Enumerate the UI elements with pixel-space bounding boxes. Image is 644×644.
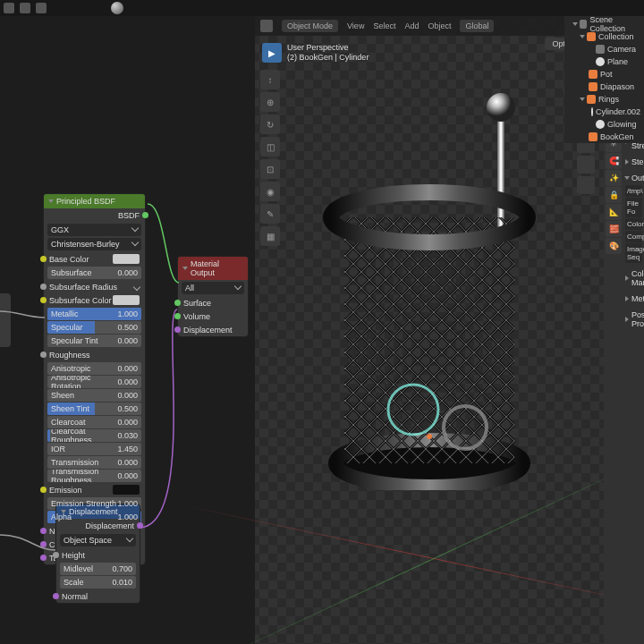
outliner-item[interactable]: Diapason xyxy=(566,80,642,93)
rendered-object xyxy=(313,79,546,490)
principled-metallic[interactable]: Metallic1.000 xyxy=(47,308,141,320)
outliner-item[interactable]: Plane xyxy=(566,55,642,68)
principled-roughness: Roughness xyxy=(44,348,145,361)
viewport-header: Object Mode View Select Add Object Globa… xyxy=(255,16,604,36)
principled-subsurface-color[interactable]: Subsurface Color xyxy=(44,293,145,307)
shader-node-editor[interactable]: Principled BSDF BSDF GGX Christensen-Bur… xyxy=(0,16,255,644)
svg-point-6 xyxy=(487,93,515,122)
displacement-scale[interactable]: Scale0.010 xyxy=(60,576,136,589)
editor-type-icon[interactable] xyxy=(260,20,273,32)
camera-button[interactable] xyxy=(577,156,595,174)
viewport-tool[interactable]: ⊡ xyxy=(260,159,280,179)
viewport-tool[interactable]: ✎ xyxy=(260,204,280,224)
properties-tab[interactable]: 🧲 xyxy=(606,153,622,169)
prop-field[interactable]: File Fo xyxy=(625,198,642,217)
principled-anisotropic-rotation[interactable]: Anisotropic Rotation0.000 xyxy=(47,376,141,388)
properties-tab[interactable]: 🎨 xyxy=(606,238,622,254)
principled-transmission-roughness[interactable]: Transmission Roughness0.000 xyxy=(47,470,141,482)
menu-object[interactable]: Object xyxy=(428,21,451,30)
node-header[interactable]: Material Output xyxy=(178,257,248,280)
principled-emission[interactable]: Emission xyxy=(44,483,145,496)
displacement-height: Height xyxy=(56,548,140,562)
menu-icon[interactable] xyxy=(36,3,47,13)
ortho-button[interactable] xyxy=(577,176,595,194)
viewport-tool[interactable]: ↕ xyxy=(260,70,280,89)
node-material-output[interactable]: Material Output All Surface Volume Displ… xyxy=(177,256,249,337)
prop-section-post-processing[interactable]: Post Processing xyxy=(625,307,642,332)
prop-field[interactable]: Color xyxy=(625,218,642,230)
menu-icon[interactable] xyxy=(20,3,30,13)
prop-field[interactable]: Compr xyxy=(625,231,642,242)
properties-tab[interactable]: 🧱 xyxy=(606,221,622,237)
principled-specular-tint[interactable]: Specular Tint0.000 xyxy=(47,335,141,347)
displacement-space[interactable]: Object Space xyxy=(60,534,136,547)
principled-transmission[interactable]: Transmission0.000 xyxy=(47,456,141,469)
app-topbar xyxy=(0,0,644,16)
svg-point-13 xyxy=(427,434,432,439)
mode-select[interactable]: Object Mode xyxy=(282,20,338,32)
viewport-tool[interactable]: ◉ xyxy=(260,182,280,201)
outliner-item[interactable]: Pot xyxy=(566,68,642,80)
menu-view[interactable]: View xyxy=(347,21,364,30)
input-volume: Volume xyxy=(178,309,248,323)
svg-rect-9 xyxy=(344,217,514,463)
prop-section-metadata[interactable]: Metadata xyxy=(625,291,642,307)
principled-anisotropic[interactable]: Anisotropic0.000 xyxy=(47,362,141,375)
node-offscreen[interactable] xyxy=(0,293,11,347)
active-object-label: (2) BookGen | Cylinder xyxy=(287,53,369,63)
prop-field[interactable]: /tmp\ xyxy=(625,185,642,197)
properties-tab[interactable]: 📐 xyxy=(606,204,622,220)
principled-sheen-tint[interactable]: Sheen Tint0.500 xyxy=(47,402,141,415)
properties-tab[interactable]: 🔒 xyxy=(606,187,622,203)
viewport-info: ▶ User Perspective(2) BookGen | Cylinder xyxy=(262,43,369,63)
view-perspective-label: User Perspective xyxy=(287,43,369,53)
viewport-tool[interactable]: ◫ xyxy=(260,137,280,157)
prop-section-stereoscopy[interactable]: Stereoscopy xyxy=(625,154,642,170)
principled-emission-strength[interactable]: Emission Strength1.000 xyxy=(47,497,141,510)
principled-ior[interactable]: IOR1.450 xyxy=(47,443,141,455)
principled-base-color[interactable]: Base Color xyxy=(44,252,145,266)
outliner-item[interactable]: Camera xyxy=(566,43,642,55)
principled-clearcoat[interactable]: Clearcoat0.000 xyxy=(47,416,141,428)
input-surface: Surface xyxy=(178,296,248,309)
material-output-target[interactable]: All xyxy=(182,282,244,294)
principled-subsurface-radius[interactable]: Subsurface Radius xyxy=(44,280,145,293)
blender-logo xyxy=(4,3,14,13)
prop-section-color-management[interactable]: Color Management xyxy=(625,266,642,291)
principled-distribution[interactable]: GGX xyxy=(47,224,141,236)
principled-sss-method[interactable]: Christensen-Burley xyxy=(47,238,141,250)
displacement-normal: Normal xyxy=(56,589,140,603)
principled-subsurface[interactable]: Subsurface0.000 xyxy=(47,267,141,279)
transform-button[interactable]: ▶ xyxy=(262,43,282,63)
node-output-bsdf: BSDF xyxy=(44,208,145,222)
prop-section-output[interactable]: Output/tmp\File FoColorComprImage Seq xyxy=(625,170,642,266)
shading-sphere-icon[interactable] xyxy=(111,2,123,14)
outliner-item[interactable]: Glowing xyxy=(566,118,642,131)
principled-clearcoat-roughness[interactable]: Clearcoat Roughness0.030 xyxy=(47,429,141,442)
prop-field[interactable]: Image Seq xyxy=(625,243,642,263)
svg-rect-5 xyxy=(497,110,504,235)
input-displacement: Displacement xyxy=(178,323,248,336)
displacement-midlevel[interactable]: Midlevel0.700 xyxy=(60,563,136,575)
principled-specular[interactable]: Specular0.500 xyxy=(47,321,141,334)
properties-tab[interactable]: ✨ xyxy=(606,170,622,186)
principled-sheen[interactable]: Sheen0.000 xyxy=(47,389,141,402)
3d-viewport[interactable]: Object Mode View Select Add Object Globa… xyxy=(255,16,604,644)
node-header[interactable]: Principled BSDF xyxy=(44,194,145,208)
viewport-tool[interactable]: ⊕ xyxy=(260,92,280,112)
orientation-select[interactable]: Global xyxy=(460,20,494,32)
outliner-item[interactable]: Collection xyxy=(566,30,642,43)
menu-add[interactable]: Add xyxy=(404,21,419,30)
viewport-toolbar: ↕⊕↻◫⊡◉✎▦ xyxy=(260,70,280,246)
outliner-item[interactable]: BookGen xyxy=(566,131,642,143)
menu-select[interactable]: Select xyxy=(373,21,395,30)
outliner-panel: Scene CollectionCollectionCameraPlanePot… xyxy=(564,0,644,143)
viewport-tool[interactable]: ▦ xyxy=(260,226,280,246)
outliner-item[interactable]: Rings xyxy=(566,93,642,106)
viewport-tool[interactable]: ↻ xyxy=(260,114,280,134)
outliner-item[interactable]: Cylinder.002 xyxy=(566,106,642,118)
outliner-root[interactable]: Scene Collection xyxy=(566,18,642,30)
